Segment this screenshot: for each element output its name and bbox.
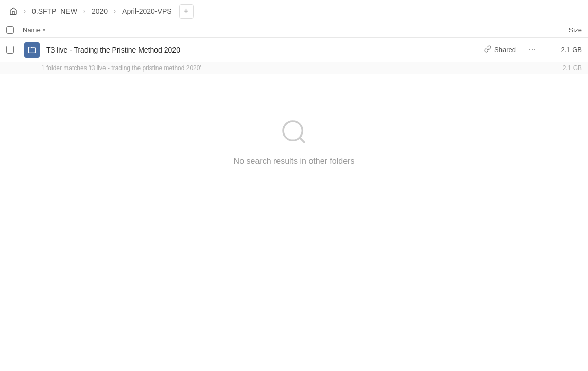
no-results-section: No search results in other folders [0,74,588,187]
file-list: T3 live - Trading the Pristine Method 20… [0,38,588,371]
shared-label: Shared [494,46,516,54]
separator-3: › [114,8,116,15]
column-header: Name ▾ Size [0,23,588,38]
more-options-button[interactable]: ··· [524,44,541,55]
select-all-checkbox-container[interactable] [6,26,23,34]
size-column-header[interactable]: Size [541,26,582,34]
match-info-size: 2.1 GB [541,64,582,72]
breadcrumb-item-sftp[interactable]: 0.SFTP_NEW [29,6,80,16]
no-results-text: No search results in other folders [234,157,355,166]
file-size: 2.1 GB [541,46,582,54]
match-info-text: 1 folder matches 't3 live - trading the … [41,64,541,72]
shared-badge: Shared [484,45,516,54]
breadcrumb-item-april[interactable]: April-2020-VPS [119,6,175,16]
home-button[interactable] [6,4,21,19]
name-column-label: Name [23,26,41,34]
breadcrumb-item-2020[interactable]: 2020 [89,6,111,16]
app-container: › 0.SFTP_NEW › 2020 › April-2020-VPS + N… [0,0,588,371]
match-info-row: 1 folder matches 't3 live - trading the … [0,62,588,74]
no-results-icon [278,115,310,148]
svg-line-1 [300,138,305,143]
name-column-header[interactable]: Name ▾ [23,26,541,34]
add-tab-button[interactable]: + [179,4,194,19]
table-row[interactable]: T3 live - Trading the Pristine Method 20… [0,38,588,62]
name-sort-icon: ▾ [43,27,45,33]
separator-2: › [83,8,85,15]
breadcrumb-bar: › 0.SFTP_NEW › 2020 › April-2020-VPS + [0,0,588,23]
file-name: T3 live - Trading the Pristine Method 20… [41,46,484,54]
folder-icon [23,42,41,58]
select-all-checkbox[interactable] [6,26,14,34]
link-icon [484,45,491,54]
row-checkbox[interactable] [6,46,14,54]
row-checkbox-container[interactable] [6,46,23,54]
svg-point-0 [283,121,302,140]
separator-1: › [24,8,26,15]
